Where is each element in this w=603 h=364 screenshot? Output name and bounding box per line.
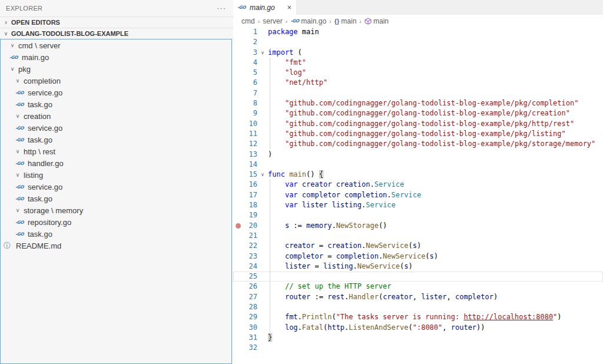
section-root-folder[interactable]: ∨ GOLANG-TODOLIST-BLOG-EXAMPLE (0, 28, 233, 39)
code-line-27[interactable]: 27 router := rest.Handler(creator, liste… (233, 292, 603, 302)
tab-main-go[interactable]: -GO main.go × (233, 0, 297, 15)
breadcrumb-item-main-4[interactable]: main (365, 17, 389, 25)
breakpoint-margin[interactable] (233, 302, 243, 312)
breadcrumb-item-main-go-2[interactable]: -GOmain.go (290, 17, 326, 25)
code-line-18[interactable]: 18 var lister listing.Service (233, 200, 603, 210)
breakpoint-margin[interactable] (233, 231, 243, 241)
code-line-16[interactable]: 16 var creator creation.Service (233, 180, 603, 190)
breakpoint-margin[interactable] (233, 160, 243, 170)
close-icon[interactable]: × (287, 3, 291, 12)
code-line-2[interactable]: 2 (233, 37, 603, 47)
breakpoint-margin[interactable] (233, 292, 243, 302)
breakpoint-margin[interactable] (233, 210, 243, 220)
breakpoint-margin[interactable] (233, 58, 243, 68)
breakpoint-margin[interactable] (233, 108, 243, 118)
code-line-32[interactable]: 32 (233, 343, 603, 353)
code-line-4[interactable]: 4 "fmt" (233, 58, 603, 68)
code-line-29[interactable]: 29 fmt.Println("The tasks server is runn… (233, 312, 603, 322)
breakpoint-margin[interactable] (233, 98, 243, 108)
tree-item-task-go[interactable]: -GOtask.go (1, 193, 231, 204)
breakpoint-margin[interactable] (233, 333, 243, 343)
breakpoint-margin[interactable] (233, 241, 243, 251)
breakpoint-margin[interactable] (233, 119, 243, 129)
breakpoint-margin[interactable] (233, 68, 243, 78)
code-line-9[interactable]: 9 "github.com/codingnagger/golang-todoli… (233, 108, 603, 118)
breakpoint-margin[interactable] (233, 343, 243, 353)
code-line-content: var completor completion.Service (268, 190, 603, 200)
tree-item-repository-go[interactable]: -GOrepository.go (1, 216, 231, 228)
tree-item-handler-go[interactable]: -GOhandler.go (1, 157, 231, 169)
breakpoint-margin[interactable] (233, 48, 243, 58)
breakpoint-margin[interactable] (233, 252, 243, 262)
indent-guide (270, 200, 270, 210)
breakpoint-margin[interactable] (233, 170, 243, 180)
tree-item-service-go[interactable]: -GOservice.go (1, 181, 231, 193)
code-line-21[interactable]: 21 (233, 231, 603, 241)
tree-folder-cmd-server[interactable]: ∨cmd \ server (1, 39, 231, 51)
code-line-6[interactable]: 6 "net/http" (233, 78, 603, 88)
code-line-14[interactable]: 14 (233, 160, 603, 170)
code-line-8[interactable]: 8 "github.com/codingnagger/golang-todoli… (233, 98, 603, 108)
breakpoint-margin[interactable] (233, 129, 243, 139)
code-line-13[interactable]: 13) (233, 150, 603, 160)
breakpoint-margin[interactable] (233, 88, 243, 98)
breakpoint-margin[interactable] (233, 150, 243, 160)
tab-bar: -GO main.go × (233, 0, 603, 15)
breakpoint-indicator[interactable] (236, 223, 241, 229)
code-editor[interactable]: 1package main23∨import (4 "fmt"5 "log"6 … (233, 27, 603, 364)
tree-item-task-go[interactable]: -GOtask.go (1, 98, 231, 110)
breakpoint-margin[interactable] (233, 282, 243, 292)
breadcrumb-item-cmd-0[interactable]: cmd (241, 17, 255, 25)
code-line-12[interactable]: 12 "github.com/codingnagger/golang-todol… (233, 139, 603, 149)
breakpoint-margin[interactable] (233, 139, 243, 149)
code-line-17[interactable]: 17 var completor completion.Service (233, 190, 603, 200)
code-line-5[interactable]: 5 "log" (233, 68, 603, 78)
code-line-26[interactable]: 26 // set up the HTTP server (233, 282, 603, 292)
breakpoint-margin[interactable] (233, 272, 243, 282)
breakpoint-margin[interactable] (233, 200, 243, 210)
tree-item-service-go[interactable]: -GOservice.go (1, 122, 231, 134)
code-line-19[interactable]: 19 (233, 210, 603, 220)
tree-folder-http-rest[interactable]: ∨http \ rest (1, 145, 231, 157)
fold-chevron-icon[interactable]: ∨ (257, 170, 268, 180)
tree-item-readme-md[interactable]: ⓘREADME.md (1, 240, 231, 252)
code-line-1[interactable]: 1package main (233, 27, 603, 37)
code-line-24[interactable]: 24 lister = listing.NewService(s) (233, 262, 603, 272)
code-line-15[interactable]: 15∨func main() { (233, 170, 603, 180)
tree-item-task-go[interactable]: -GOtask.go (1, 228, 231, 240)
breakpoint-margin[interactable] (233, 312, 243, 322)
code-line-23[interactable]: 23 completor = completion.NewService(s) (233, 252, 603, 262)
tree-folder-pkg[interactable]: ∨pkg (1, 63, 231, 75)
tree-item-task-go[interactable]: -GOtask.go (1, 134, 231, 145)
breadcrumb-item-main-3[interactable]: {}main (334, 17, 357, 25)
tree-item-main-go[interactable]: -GOmain.go (1, 51, 231, 63)
tree-folder-creation[interactable]: ∨creation (1, 110, 231, 122)
section-open-editors[interactable]: › OPEN EDITORS (0, 16, 233, 28)
breakpoint-margin[interactable] (233, 78, 243, 88)
breadcrumb-item-server-1[interactable]: server (263, 17, 282, 25)
tree-folder-listing[interactable]: ∨listing (1, 169, 231, 181)
breakpoint-margin[interactable] (233, 262, 243, 272)
tree-item-service-go[interactable]: -GOservice.go (1, 87, 231, 98)
code-line-7[interactable]: 7 (233, 88, 603, 98)
breakpoint-margin[interactable] (233, 323, 243, 333)
breakpoint-margin[interactable] (233, 27, 243, 37)
breakpoint-margin[interactable] (233, 190, 243, 200)
line-number: 3 (243, 48, 257, 58)
fold-chevron-icon[interactable]: ∨ (257, 48, 268, 58)
code-line-22[interactable]: 22 creator = creation.NewService(s) (233, 241, 603, 251)
breakpoint-margin[interactable] (233, 180, 243, 190)
code-line-25[interactable]: 25 (233, 272, 603, 282)
breakpoint-margin[interactable] (233, 221, 243, 231)
code-line-28[interactable]: 28 (233, 302, 603, 312)
code-line-11[interactable]: 11 "github.com/codingnagger/golang-todol… (233, 129, 603, 139)
code-line-10[interactable]: 10 "github.com/codingnagger/golang-todol… (233, 119, 603, 129)
code-line-20[interactable]: 20 s := memory.NewStorage() (233, 221, 603, 231)
code-line-3[interactable]: 3∨import ( (233, 48, 603, 58)
code-line-31[interactable]: 31} (233, 333, 603, 343)
code-line-30[interactable]: 30 log.Fatal(http.ListenAndServe(":8080"… (233, 323, 603, 333)
breakpoint-margin[interactable] (233, 37, 243, 47)
tree-folder-storage-memory[interactable]: ∨storage \ memory (1, 204, 231, 216)
more-actions-icon[interactable]: ··· (217, 5, 226, 11)
tree-folder-completion[interactable]: ∨completion (1, 75, 231, 87)
